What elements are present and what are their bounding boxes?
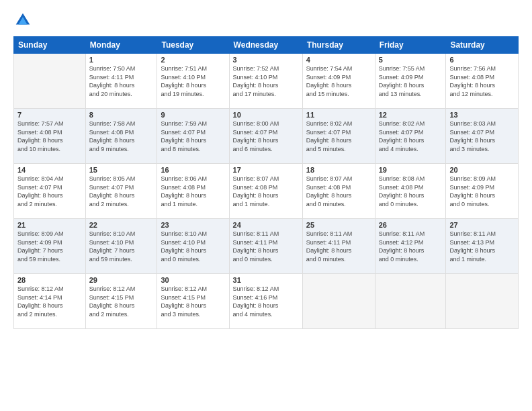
day-number: 23 — [161, 221, 225, 229]
logo — [13, 11, 35, 30]
calendar-cell: 13Sunrise: 8:03 AM Sunset: 4:07 PM Dayli… — [446, 109, 519, 164]
calendar-cell: 23Sunrise: 8:10 AM Sunset: 4:10 PM Dayli… — [157, 219, 229, 274]
calendar-cell: 8Sunrise: 7:58 AM Sunset: 4:08 PM Daylig… — [85, 109, 157, 164]
day-info: Sunrise: 8:12 AM Sunset: 4:15 PM Dayligh… — [89, 285, 154, 318]
calendar: SundayMondayTuesdayWednesdayThursdayFrid… — [13, 36, 519, 329]
logo-icon — [13, 11, 32, 30]
calendar-cell: 9Sunrise: 7:59 AM Sunset: 4:07 PM Daylig… — [157, 109, 229, 164]
weekday-header-row: SundayMondayTuesdayWednesdayThursdayFrid… — [14, 37, 519, 54]
day-info: Sunrise: 8:09 AM Sunset: 4:09 PM Dayligh… — [17, 230, 82, 263]
calendar-cell: 30Sunrise: 8:12 AM Sunset: 4:15 PM Dayli… — [157, 274, 229, 329]
day-info: Sunrise: 7:58 AM Sunset: 4:08 PM Dayligh… — [89, 120, 154, 153]
day-info: Sunrise: 8:07 AM Sunset: 4:08 PM Dayligh… — [233, 175, 299, 208]
day-info: Sunrise: 7:54 AM Sunset: 4:09 PM Dayligh… — [306, 64, 371, 98]
day-number: 16 — [161, 166, 225, 174]
week-row-4: 21Sunrise: 8:09 AM Sunset: 4:09 PM Dayli… — [14, 219, 519, 274]
calendar-cell: 10Sunrise: 8:00 AM Sunset: 4:07 PM Dayli… — [229, 109, 302, 164]
week-row-3: 14Sunrise: 8:04 AM Sunset: 4:07 PM Dayli… — [14, 164, 519, 219]
calendar-cell — [302, 274, 375, 329]
day-info: Sunrise: 8:10 AM Sunset: 4:10 PM Dayligh… — [161, 230, 225, 263]
day-number: 14 — [17, 166, 82, 174]
calendar-cell: 25Sunrise: 8:11 AM Sunset: 4:11 PM Dayli… — [302, 219, 375, 274]
calendar-cell: 4Sunrise: 7:54 AM Sunset: 4:09 PM Daylig… — [302, 54, 375, 109]
weekday-header-wednesday: Wednesday — [229, 37, 302, 54]
day-number: 22 — [89, 221, 154, 229]
weekday-header-sunday: Sunday — [14, 37, 86, 54]
calendar-cell: 14Sunrise: 8:04 AM Sunset: 4:07 PM Dayli… — [14, 164, 86, 219]
day-number: 29 — [89, 276, 154, 284]
day-info: Sunrise: 8:04 AM Sunset: 4:07 PM Dayligh… — [17, 175, 82, 208]
calendar-cell: 31Sunrise: 8:12 AM Sunset: 4:16 PM Dayli… — [229, 274, 302, 329]
calendar-cell: 22Sunrise: 8:10 AM Sunset: 4:10 PM Dayli… — [85, 219, 157, 274]
week-row-1: 1Sunrise: 7:50 AM Sunset: 4:11 PM Daylig… — [14, 54, 519, 109]
day-number: 18 — [306, 166, 371, 174]
day-info: Sunrise: 8:12 AM Sunset: 4:14 PM Dayligh… — [17, 285, 82, 318]
day-number: 2 — [161, 56, 225, 64]
calendar-cell: 7Sunrise: 7:57 AM Sunset: 4:08 PM Daylig… — [14, 109, 86, 164]
day-number: 21 — [17, 221, 82, 229]
day-info: Sunrise: 8:12 AM Sunset: 4:16 PM Dayligh… — [233, 285, 299, 318]
calendar-cell: 6Sunrise: 7:56 AM Sunset: 4:08 PM Daylig… — [446, 54, 519, 109]
day-number: 19 — [379, 166, 443, 174]
day-number: 8 — [89, 111, 154, 119]
day-number: 27 — [449, 221, 515, 229]
calendar-cell — [446, 274, 519, 329]
day-number: 1 — [89, 56, 154, 64]
day-number: 30 — [161, 276, 225, 284]
day-number: 4 — [306, 56, 371, 64]
day-info: Sunrise: 8:05 AM Sunset: 4:07 PM Dayligh… — [89, 175, 154, 208]
page: SundayMondayTuesdayWednesdayThursdayFrid… — [0, 0, 532, 411]
day-info: Sunrise: 8:11 AM Sunset: 4:13 PM Dayligh… — [449, 230, 515, 263]
calendar-cell: 29Sunrise: 8:12 AM Sunset: 4:15 PM Dayli… — [85, 274, 157, 329]
day-info: Sunrise: 8:02 AM Sunset: 4:07 PM Dayligh… — [379, 120, 443, 153]
weekday-header-thursday: Thursday — [302, 37, 375, 54]
week-row-2: 7Sunrise: 7:57 AM Sunset: 4:08 PM Daylig… — [14, 109, 519, 164]
day-info: Sunrise: 7:59 AM Sunset: 4:07 PM Dayligh… — [161, 120, 225, 153]
calendar-cell: 20Sunrise: 8:09 AM Sunset: 4:09 PM Dayli… — [446, 164, 519, 219]
calendar-cell — [375, 274, 446, 329]
day-info: Sunrise: 7:50 AM Sunset: 4:11 PM Dayligh… — [89, 64, 154, 98]
day-info: Sunrise: 7:52 AM Sunset: 4:10 PM Dayligh… — [233, 64, 299, 98]
day-number: 15 — [89, 166, 154, 174]
calendar-cell: 27Sunrise: 8:11 AM Sunset: 4:13 PM Dayli… — [446, 219, 519, 274]
day-number: 31 — [233, 276, 299, 284]
day-number: 26 — [379, 221, 443, 229]
weekday-header-tuesday: Tuesday — [157, 37, 229, 54]
weekday-header-monday: Monday — [85, 37, 157, 54]
calendar-cell: 12Sunrise: 8:02 AM Sunset: 4:07 PM Dayli… — [375, 109, 446, 164]
day-number: 25 — [306, 221, 371, 229]
day-info: Sunrise: 8:11 AM Sunset: 4:11 PM Dayligh… — [233, 230, 299, 263]
calendar-cell: 3Sunrise: 7:52 AM Sunset: 4:10 PM Daylig… — [229, 54, 302, 109]
calendar-cell: 16Sunrise: 8:06 AM Sunset: 4:08 PM Dayli… — [157, 164, 229, 219]
day-info: Sunrise: 8:11 AM Sunset: 4:12 PM Dayligh… — [379, 230, 443, 263]
calendar-cell: 2Sunrise: 7:51 AM Sunset: 4:10 PM Daylig… — [157, 54, 229, 109]
week-row-5: 28Sunrise: 8:12 AM Sunset: 4:14 PM Dayli… — [14, 274, 519, 329]
day-number: 6 — [449, 56, 515, 64]
day-info: Sunrise: 8:12 AM Sunset: 4:15 PM Dayligh… — [161, 285, 225, 318]
day-info: Sunrise: 7:57 AM Sunset: 4:08 PM Dayligh… — [17, 120, 82, 153]
calendar-cell: 18Sunrise: 8:07 AM Sunset: 4:08 PM Dayli… — [302, 164, 375, 219]
day-number: 20 — [449, 166, 515, 174]
header — [13, 11, 519, 30]
day-number: 24 — [233, 221, 299, 229]
calendar-cell: 26Sunrise: 8:11 AM Sunset: 4:12 PM Dayli… — [375, 219, 446, 274]
day-info: Sunrise: 7:51 AM Sunset: 4:10 PM Dayligh… — [161, 64, 225, 98]
day-info: Sunrise: 8:02 AM Sunset: 4:07 PM Dayligh… — [306, 120, 371, 153]
weekday-header-saturday: Saturday — [446, 37, 519, 54]
day-number: 7 — [17, 111, 82, 119]
calendar-cell: 1Sunrise: 7:50 AM Sunset: 4:11 PM Daylig… — [85, 54, 157, 109]
day-info: Sunrise: 8:03 AM Sunset: 4:07 PM Dayligh… — [449, 120, 515, 153]
calendar-cell: 21Sunrise: 8:09 AM Sunset: 4:09 PM Dayli… — [14, 219, 86, 274]
weekday-header-friday: Friday — [375, 37, 446, 54]
calendar-cell: 24Sunrise: 8:11 AM Sunset: 4:11 PM Dayli… — [229, 219, 302, 274]
day-info: Sunrise: 8:09 AM Sunset: 4:09 PM Dayligh… — [449, 175, 515, 208]
day-number: 5 — [379, 56, 443, 64]
day-number: 13 — [449, 111, 515, 119]
day-info: Sunrise: 8:08 AM Sunset: 4:08 PM Dayligh… — [379, 175, 443, 208]
day-info: Sunrise: 8:00 AM Sunset: 4:07 PM Dayligh… — [233, 120, 299, 153]
day-number: 11 — [306, 111, 371, 119]
calendar-cell: 17Sunrise: 8:07 AM Sunset: 4:08 PM Dayli… — [229, 164, 302, 219]
calendar-cell: 28Sunrise: 8:12 AM Sunset: 4:14 PM Dayli… — [14, 274, 86, 329]
calendar-cell: 11Sunrise: 8:02 AM Sunset: 4:07 PM Dayli… — [302, 109, 375, 164]
day-info: Sunrise: 7:55 AM Sunset: 4:09 PM Dayligh… — [379, 64, 443, 98]
